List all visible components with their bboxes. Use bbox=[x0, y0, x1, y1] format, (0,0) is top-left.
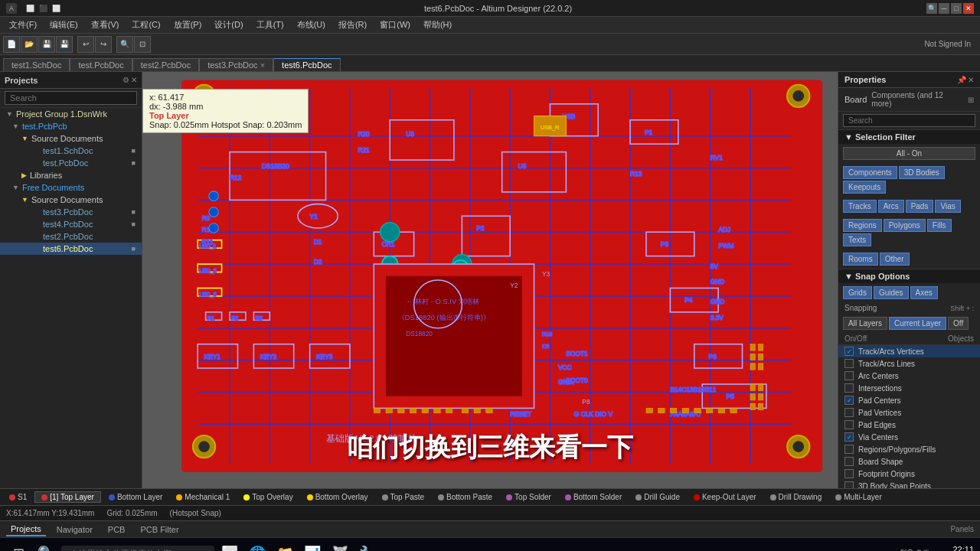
layer-multi[interactable]: Multi-Layer bbox=[829, 492, 887, 502]
snap-via-centers[interactable]: Via Centers bbox=[838, 431, 980, 443]
bottom-tab-navigator[interactable]: Navigator bbox=[52, 523, 97, 536]
tab-test1-schdoc[interactable]: test1.SchDoc bbox=[3, 58, 70, 71]
menu-view[interactable]: 查看(V) bbox=[85, 18, 126, 32]
snap-cb-10[interactable] bbox=[844, 457, 854, 466]
props-pin-icon[interactable]: 📌 bbox=[957, 76, 966, 84]
layer-bottom-overlay[interactable]: Bottom Overlay bbox=[301, 492, 374, 502]
tree-item-pcbpcb[interactable]: ▼ test.PcbPcb bbox=[0, 120, 142, 132]
filter-3d-bodies[interactable]: 3D Bodies bbox=[899, 166, 945, 179]
snap-cb-12[interactable] bbox=[844, 481, 854, 488]
snap-axes-btn[interactable]: Axes bbox=[910, 286, 938, 299]
filter-texts[interactable]: Texts bbox=[843, 233, 871, 246]
tree-item-test3-pcbdoc[interactable]: test3.PcbDoc ■ bbox=[0, 206, 142, 218]
bottom-tab-projects[interactable]: Projects bbox=[6, 523, 46, 536]
snap-pad-centers[interactable]: Pad Centers bbox=[838, 394, 980, 406]
snap-off-btn[interactable]: Off bbox=[948, 317, 969, 330]
taskbar-explorer-icon[interactable]: 📁 bbox=[273, 541, 297, 552]
filter-polygons[interactable]: Polygons bbox=[884, 219, 926, 232]
menu-help[interactable]: 帮助(H) bbox=[417, 18, 458, 32]
snap-cb-7[interactable] bbox=[844, 420, 854, 429]
menu-file[interactable]: 文件(F) bbox=[3, 18, 43, 32]
layer-top[interactable]: [1] Top Layer bbox=[34, 491, 101, 503]
tree-item-test1-schdoc[interactable]: test1.SchDoc ■ bbox=[0, 145, 142, 157]
taskbar-app3-icon[interactable]: 🔧 bbox=[355, 541, 380, 552]
tree-item-free-docs[interactable]: ▼ Free Documents bbox=[0, 181, 142, 194]
tree-item-test4-pcbdoc[interactable]: test4.PcbDoc ■ bbox=[0, 218, 142, 230]
snap-regions-polygons[interactable]: Regions/Polygons/Fills bbox=[838, 443, 980, 455]
snap-arc-centers[interactable]: Arc Centers bbox=[838, 370, 980, 382]
tree-item-project-group[interactable]: ▼ Project Group 1.DsnWrk bbox=[0, 108, 142, 120]
snap-board-shape[interactable]: Board Shape bbox=[838, 455, 980, 468]
snap-guides-btn[interactable]: Guides bbox=[874, 286, 909, 299]
snap-cb-3[interactable] bbox=[844, 371, 854, 380]
filter-rooms[interactable]: Rooms bbox=[843, 253, 878, 266]
filter-tracks[interactable]: Tracks bbox=[843, 200, 877, 213]
filter-fills[interactable]: Fills bbox=[927, 219, 952, 232]
undo-button[interactable]: ↩ bbox=[77, 36, 94, 53]
layer-drill-drawing[interactable]: Drill Drawing bbox=[764, 492, 828, 502]
tree-item-test-pcbdoc[interactable]: test.PcbDoc ■ bbox=[0, 157, 142, 169]
tab-test-pcbdoc[interactable]: test.PcbDoc bbox=[70, 58, 132, 71]
menu-tools[interactable]: 工具(T) bbox=[250, 18, 290, 32]
layer-keep-out[interactable]: Keep-Out Layer bbox=[688, 492, 763, 502]
taskbar-task-view-icon[interactable]: ⬜ bbox=[217, 541, 242, 552]
menu-route[interactable]: 布线(U) bbox=[291, 18, 332, 32]
layer-top-paste[interactable]: Top Paste bbox=[376, 492, 430, 502]
snap-grids-btn[interactable]: Grids bbox=[843, 286, 872, 299]
layer-top-overlay[interactable]: Top Overlay bbox=[237, 492, 299, 502]
snap-cb-11[interactable] bbox=[844, 469, 854, 478]
snap-options-title[interactable]: ▼ Snap Options bbox=[838, 269, 980, 283]
zoom-fit-button[interactable]: ⊡ bbox=[134, 36, 151, 53]
snap-intersections[interactable]: Intersections bbox=[838, 382, 980, 394]
redo-button[interactable]: ↪ bbox=[95, 36, 112, 53]
window-controls[interactable]: 🔍 ─ □ ✕ bbox=[926, 3, 974, 14]
taskbar-app1-icon[interactable]: 📊 bbox=[300, 541, 325, 552]
menu-report[interactable]: 报告(R) bbox=[332, 18, 373, 32]
minimize-button[interactable]: ─ bbox=[939, 3, 949, 14]
snap-pad-vertices[interactable]: Pad Vertices bbox=[838, 406, 980, 419]
snap-track-arcs-vertices[interactable]: Track/Arcs Vertices bbox=[838, 345, 980, 357]
tab-test2-pcbdoc[interactable]: test2.PcbDoc bbox=[132, 58, 199, 71]
tab-test6-pcbdoc[interactable]: test6.PcbDoc bbox=[273, 58, 340, 71]
snap-3d-body[interactable]: 3D Body Snap Points bbox=[838, 480, 980, 488]
tab-test3-pcbdoc[interactable]: test3.PcbDoc × bbox=[199, 58, 273, 71]
tree-item-libraries[interactable]: ▶ Libraries bbox=[0, 169, 142, 181]
snap-footprint-origins[interactable]: Footprint Origins bbox=[838, 468, 980, 480]
zoom-in-button[interactable]: 🔍 bbox=[116, 36, 133, 53]
tree-item-test6-pcbdoc[interactable]: test6.PcbDoc ■ bbox=[0, 243, 142, 255]
snap-cb-1[interactable] bbox=[844, 347, 854, 356]
filter-pads[interactable]: Pads bbox=[906, 200, 934, 213]
pcb-canvas[interactable]: DS18B20 U3 USB U5 Y1 CR1 bbox=[142, 72, 838, 488]
taskbar-edge-icon[interactable]: 🌐 bbox=[245, 541, 270, 552]
layer-mech1[interactable]: Mechanical 1 bbox=[170, 492, 236, 502]
snap-cb-8[interactable] bbox=[844, 432, 854, 442]
tree-item-source-docs-2[interactable]: ▼ Source Documents bbox=[0, 194, 142, 206]
filter-keepouts[interactable]: Keepouts bbox=[843, 181, 886, 194]
tree-item-source-docs[interactable]: ▼ Source Documents bbox=[0, 132, 142, 145]
close-button[interactable]: ✕ bbox=[963, 3, 974, 14]
menu-place[interactable]: 放置(P) bbox=[168, 18, 208, 32]
filter-all-on[interactable]: All - On bbox=[843, 147, 975, 160]
layer-bottom[interactable]: Bottom Layer bbox=[103, 492, 168, 502]
layer-bottom-paste[interactable]: Bottom Paste bbox=[432, 492, 498, 502]
snap-cb-5[interactable] bbox=[844, 396, 854, 405]
filter-regions[interactable]: Regions bbox=[843, 219, 882, 232]
taskbar-search-input[interactable] bbox=[61, 546, 214, 552]
panels-button[interactable]: Panels bbox=[950, 525, 974, 533]
taskbar-start-icon[interactable]: ⊞ bbox=[6, 541, 31, 552]
snap-current-layer-btn[interactable]: Current Layer bbox=[889, 317, 946, 330]
bottom-tab-pcb[interactable]: PCB bbox=[103, 523, 130, 536]
filter-vias[interactable]: Vias bbox=[935, 200, 960, 213]
save-all-button[interactable]: 💾 bbox=[56, 36, 73, 53]
layer-top-solder[interactable]: Top Solder bbox=[500, 492, 557, 502]
snap-cb-6[interactable] bbox=[844, 408, 854, 417]
open-button[interactable]: 📂 bbox=[21, 36, 38, 53]
search-icon[interactable]: 🔍 bbox=[926, 3, 937, 14]
snap-all-layers-btn[interactable]: All Layers bbox=[843, 317, 887, 330]
save-button[interactable]: 💾 bbox=[38, 36, 55, 53]
menu-edit[interactable]: 编辑(E) bbox=[44, 18, 84, 32]
filter-arcs[interactable]: Arcs bbox=[878, 200, 904, 213]
menu-project[interactable]: 工程(C) bbox=[126, 18, 166, 32]
filter-other[interactable]: Other bbox=[880, 253, 910, 266]
snap-cb-9[interactable] bbox=[844, 445, 854, 454]
